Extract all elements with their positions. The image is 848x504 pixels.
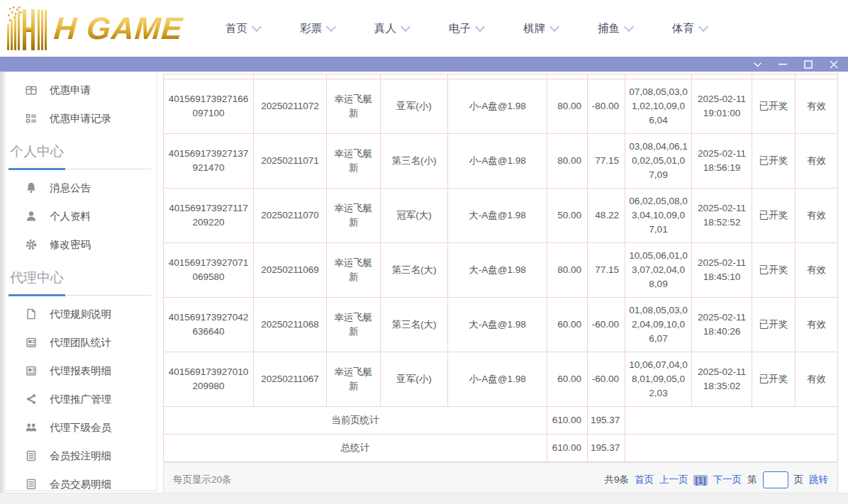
table-row: 401569173927042636640 20250211068 幸运飞艇新 … xyxy=(164,298,838,352)
cell-time: 2025-02-11 18:35:02 xyxy=(692,352,752,407)
close-button[interactable] xyxy=(825,57,842,72)
chevron-down-icon xyxy=(326,21,336,31)
nav-item-slots[interactable]: 电子 xyxy=(449,21,484,36)
chevron-down-icon xyxy=(549,21,559,31)
cell-status: 已开奖 xyxy=(752,79,796,134)
sidebar-item-agent-report-details[interactable]: 代理报表明细 xyxy=(6,357,157,385)
cell-win-loss: -80.00 xyxy=(588,79,625,134)
jump-button[interactable]: 跳转 xyxy=(809,474,828,486)
cell-position: 亚军(小) xyxy=(381,352,448,407)
cell-play: 大-A盘@1.98 xyxy=(448,243,547,298)
jump-prefix-label: 第 xyxy=(747,474,757,486)
sidebar-item-member-bet-details[interactable]: 会员投注明细 xyxy=(6,442,157,470)
sidebar-item-agent-rules[interactable]: 代理规则说明 xyxy=(6,300,157,328)
sidebar-item-agent-downline-members[interactable]: 代理下级会员 xyxy=(6,413,157,442)
table-row: 401569173927010209980 20250211067 幸运飞艇新 … xyxy=(164,352,838,407)
cell-empty xyxy=(381,74,448,79)
minimize-icon xyxy=(779,63,787,65)
cell-amount: 80.00 xyxy=(547,243,588,298)
cell-result: 07,08,05,03,01,02,10,09,06,04 xyxy=(625,79,692,134)
sidebar-item-label: 优惠申请 xyxy=(50,84,91,97)
cell-win-loss: 77.15 xyxy=(588,134,625,189)
cell-win-loss: -60.00 xyxy=(588,298,625,352)
sidebar-item-promo-apply[interactable]: 优惠申请 xyxy=(6,76,157,104)
cell-play: 大-A盘@1.98 xyxy=(448,298,547,352)
close-icon xyxy=(830,60,838,69)
cell-order-id: 401569173927137921470 xyxy=(164,134,254,189)
brand-logo[interactable]: H GAME xyxy=(6,3,187,54)
nav-label: 真人 xyxy=(374,21,396,36)
current-page-indicator: [1] xyxy=(693,475,707,486)
cell-period: 20250211070 xyxy=(254,189,327,243)
cell-result: 10,05,06,01,03,07,02,04,08,09 xyxy=(625,243,692,298)
cell-validity: 有效 xyxy=(796,352,838,407)
jump-page-input[interactable] xyxy=(763,471,788,488)
cell-play: 小-A盘@1.98 xyxy=(448,134,547,189)
nav-item-fishing[interactable]: 捕鱼 xyxy=(598,21,632,36)
nav-item-live[interactable]: 真人 xyxy=(374,21,409,36)
summary-row-current-page: 当前页统计 610.00 195.37 xyxy=(164,407,838,435)
cell-play: 小-A盘@1.98 xyxy=(448,79,547,134)
cell-game: 幸运飞艇新 xyxy=(327,243,381,298)
cell-position: 第三名(大) xyxy=(381,243,448,298)
sidebar-item-announcements[interactable]: 消息公告 xyxy=(6,174,157,202)
prev-page-link[interactable]: 上一页 xyxy=(659,474,688,486)
nav-item-home[interactable]: 首页 xyxy=(225,21,260,36)
sidebar-item-change-password[interactable]: 修改密码 xyxy=(6,230,157,259)
cell-result: 01,08,05,03,02,04,09,10,06,07 xyxy=(625,298,692,352)
page-size-label: 每页显示20条 xyxy=(173,474,232,486)
cell-period: 20250211071 xyxy=(254,134,327,189)
sidebar-item-label: 代理报表明细 xyxy=(50,364,111,378)
cell-win-loss: -60.00 xyxy=(588,352,625,407)
jump-suffix-label: 页 xyxy=(794,474,804,486)
table-row: 401569173927137921470 20250211071 幸运飞艇新 … xyxy=(164,134,838,189)
sidebar-section-personal-center: 个人中心 xyxy=(9,140,151,169)
nav-item-sports[interactable]: 体育 xyxy=(672,21,707,36)
cell-amount: 60.00 xyxy=(547,298,588,352)
sidebar-item-label: 优惠申请记录 xyxy=(50,112,111,125)
user-icon xyxy=(24,210,38,223)
cell-game: 幸运飞艇新 xyxy=(327,352,381,407)
cell-order-id: 401569173927071069580 xyxy=(164,243,254,298)
nav-label: 体育 xyxy=(672,21,694,36)
window-titlebar xyxy=(0,57,848,72)
cell-validity: 有效 xyxy=(796,134,838,189)
next-page-link[interactable]: 下一页 xyxy=(713,474,742,486)
maximize-button[interactable] xyxy=(800,57,817,72)
cell-amount: 50.00 xyxy=(547,189,588,243)
chevron-down-icon xyxy=(475,21,485,31)
sidebar-item-promo-records[interactable]: 优惠申请记录 xyxy=(6,104,157,133)
cell-game: 幸运飞艇新 xyxy=(327,134,381,189)
users-icon xyxy=(24,421,38,435)
cell-empty xyxy=(588,74,625,79)
cell-position: 第三名(大) xyxy=(381,298,448,352)
nav-item-chess[interactable]: 棋牌 xyxy=(523,21,558,36)
list-icon xyxy=(24,112,38,125)
cell-empty xyxy=(547,74,588,79)
sidebar-item-agent-promotion[interactable]: 代理推广管理 xyxy=(6,385,157,413)
window-chevron-button[interactable] xyxy=(749,57,766,72)
first-page-link[interactable]: 首页 xyxy=(635,474,654,486)
cell-order-id: 401569173927166097100 xyxy=(164,79,254,134)
gear-icon xyxy=(24,238,38,252)
window-bottom-strip xyxy=(0,493,848,504)
cell-order-id: 401569173927010209980 xyxy=(164,352,254,407)
cell-result: 03,08,04,06,10,02,05,01,07,09 xyxy=(625,134,692,189)
cell-play: 小-A盘@1.98 xyxy=(448,352,547,407)
sidebar-item-profile[interactable]: 个人资料 xyxy=(6,202,157,230)
cell-win-loss: 48.22 xyxy=(588,189,625,243)
window-left-edge xyxy=(0,72,6,493)
cell-order-id: 401569173927117209220 xyxy=(164,189,254,243)
share-icon xyxy=(24,393,38,406)
table-row: 401569173927117209220 20250211070 幸运飞艇新 … xyxy=(164,189,838,243)
summary-amount: 610.00 xyxy=(547,407,588,435)
nav-item-lottery[interactable]: 彩票 xyxy=(300,21,335,36)
cell-amount: 60.00 xyxy=(547,352,588,407)
nav-label: 彩票 xyxy=(300,21,322,36)
minimize-button[interactable] xyxy=(774,57,791,72)
report-icon xyxy=(24,336,38,349)
cell-time: 2025-02-11 18:40:26 xyxy=(692,298,752,352)
chevron-down-icon xyxy=(698,21,708,31)
sidebar-item-agent-team-stats[interactable]: 代理团队统计 xyxy=(6,328,157,357)
table-row: 401569173927166097100 20250211072 幸运飞艇新 … xyxy=(164,79,838,134)
